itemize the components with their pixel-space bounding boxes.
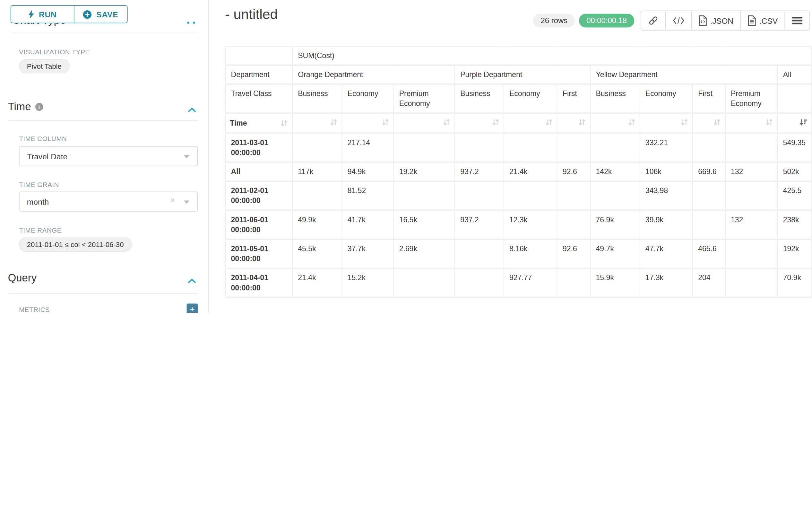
sort-desc-icon[interactable]: [799, 118, 807, 126]
pivot-cell: 15.9k: [590, 268, 640, 297]
clipped-chevron-dot: [187, 22, 190, 24]
pivot-cell: 12.3k: [504, 210, 557, 239]
pivot-cell: 16.5k: [394, 210, 455, 239]
pivot-table: SUM(Cost)DepartmentOrange DepartmentPurp…: [225, 47, 812, 298]
time-column-select[interactable]: Travel Date: [19, 146, 198, 166]
sort-icon[interactable]: [714, 118, 721, 126]
column-sort-cell[interactable]: [590, 113, 640, 133]
pivot-cell: 76.9k: [590, 210, 640, 239]
clear-icon[interactable]: ×: [170, 196, 175, 205]
export-json-button[interactable]: .JSON: [691, 11, 740, 30]
pivot-cell: 343.98: [640, 181, 693, 210]
pivot-data-row: 2011-06-01 00:00:0049.9k41.7k16.5k937.21…: [225, 210, 812, 239]
export-csv-button[interactable]: .CSV: [741, 11, 785, 30]
more-menu-button[interactable]: [785, 11, 809, 30]
share-link-button[interactable]: [641, 11, 665, 30]
sort-icon[interactable]: [492, 118, 499, 126]
pivot-data-row: 2011-05-01 00:00:0045.5k37.7k2.69k8.16k9…: [225, 239, 812, 268]
pivot-group-header: Purple Department: [455, 65, 590, 84]
pivot-cell: [557, 181, 590, 210]
sort-icon[interactable]: [443, 118, 450, 126]
metric-header-row: SUM(Cost): [225, 47, 812, 65]
row-dimension-label: Time: [230, 118, 247, 128]
time-grain-select[interactable]: month ×: [19, 191, 198, 211]
sort-row: Time: [225, 113, 812, 133]
chart-title[interactable]: - untitled: [225, 6, 278, 23]
pivot-cell: 2.69k: [394, 239, 455, 268]
pivot-cell: 132: [725, 210, 778, 239]
view-query-button[interactable]: [665, 11, 691, 30]
lightning-icon: [28, 10, 34, 18]
pivot-cell: 142k: [590, 162, 640, 181]
pivot-row-label: 2011-03-01 00:00:00: [225, 133, 292, 162]
sort-icon[interactable]: [578, 118, 586, 126]
divider: [8, 120, 198, 121]
pivot-cell: 8.16k: [504, 239, 557, 268]
column-sort-cell[interactable]: [504, 113, 557, 133]
column-sort-cell[interactable]: [640, 113, 693, 133]
sort-icon[interactable]: [382, 118, 389, 126]
collapse-time-section[interactable]: [188, 105, 196, 115]
pivot-cell: 204: [693, 268, 725, 297]
corner-cell: [225, 47, 292, 65]
sort-icon[interactable]: [681, 118, 688, 126]
export-button-group: .JSON .CSV: [641, 10, 810, 30]
divider: [8, 293, 198, 294]
column-sort-cell[interactable]: [725, 113, 778, 133]
query-section-label: Query: [8, 272, 37, 284]
pivot-cell: 192k: [777, 239, 812, 268]
pivot-cell: 117k: [292, 162, 342, 181]
pivot-col-header: Economy: [640, 84, 693, 113]
column-sort-cell[interactable]: [693, 113, 725, 133]
pivot-col-header: Business: [292, 84, 342, 113]
time-range-pill[interactable]: 2011-01-01 ≤ col < 2011-06-30: [19, 237, 132, 251]
sort-icon[interactable]: [330, 118, 337, 126]
pivot-cell: 39.9k: [640, 210, 693, 239]
collapse-query-section[interactable]: [188, 276, 196, 286]
pivot-data-row: 2011-02-01 00:00:0081.52343.98425.5: [225, 181, 812, 210]
run-button[interactable]: RUN: [10, 5, 75, 23]
column-sort-cell[interactable]: [455, 113, 504, 133]
column-sort-cell[interactable]: [292, 113, 342, 133]
sort-icon[interactable]: [545, 118, 553, 126]
save-button[interactable]: SAVE: [74, 5, 127, 23]
chart-area: - untitled 26 rows 00:00:00.18 .JSON .CS…: [209, 0, 812, 313]
pivot-cell: [590, 181, 640, 210]
pivot-group-header: All: [777, 65, 812, 84]
pivot-cell: 927.77: [504, 268, 557, 297]
row-dimension-sort-cell[interactable]: Time: [225, 113, 292, 133]
pivot-cell: 217.14: [342, 133, 394, 162]
sort-icon[interactable]: [765, 118, 773, 126]
add-metric-button[interactable]: +: [187, 304, 198, 313]
pivot-cell: 49.9k: [292, 210, 342, 239]
explore-view: Chart Type RUN SAVE VISUALIZATION TYPE P…: [0, 0, 812, 313]
sort-icon[interactable]: [628, 118, 636, 126]
group-header-row: DepartmentOrange DepartmentPurple Depart…: [225, 65, 812, 84]
pivot-cell: [455, 268, 504, 297]
time-grain-value: month: [27, 197, 49, 206]
column-sort-cell[interactable]: [557, 113, 590, 133]
hamburger-menu-icon: [792, 17, 803, 25]
pivot-cell: 92.6: [557, 239, 590, 268]
pivot-cell: [557, 210, 590, 239]
pivot-cell: [693, 210, 725, 239]
pivot-cell: [725, 239, 778, 268]
pivot-cell: [504, 181, 557, 210]
column-sort-cell[interactable]: [777, 113, 812, 133]
control-panel: Chart Type RUN SAVE VISUALIZATION TYPE P…: [0, 0, 209, 313]
pivot-cell: 37.7k: [342, 239, 394, 268]
sort-icon[interactable]: [281, 119, 288, 127]
pivot-cell: [725, 268, 778, 297]
column-sort-cell[interactable]: [342, 113, 394, 133]
column-sort-cell[interactable]: [394, 113, 455, 133]
pivot-cell: [292, 181, 342, 210]
file-code-icon: [698, 16, 707, 26]
pivot-col-header: [777, 84, 812, 113]
pivot-col-header: Business: [590, 84, 640, 113]
pivot-cell: 21.4k: [292, 268, 342, 297]
pivot-col-header: First: [557, 84, 590, 113]
divider: [12, 33, 198, 33]
viz-type-pill[interactable]: Pivot Table: [19, 59, 69, 73]
time-column-label: TIME COLUMN: [19, 135, 67, 143]
pivot-cell: 45.5k: [292, 239, 342, 268]
